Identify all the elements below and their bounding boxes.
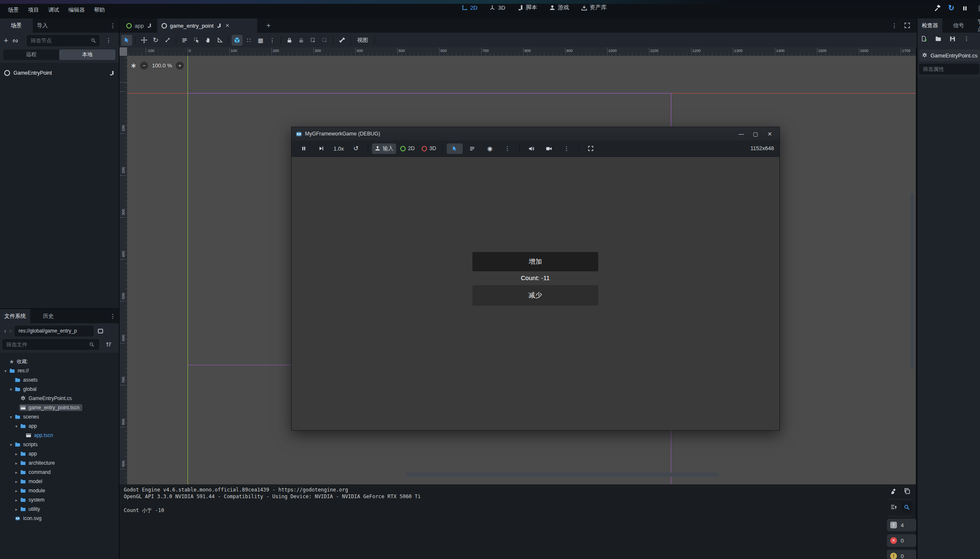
menu-editor[interactable]: 编辑器 xyxy=(64,5,89,16)
split-view-icon[interactable] xyxy=(97,328,104,334)
local-button[interactable]: 本地 xyxy=(59,49,115,60)
file-tree-item[interactable]: ▸app xyxy=(0,449,119,458)
error-count-badge[interactable]: ✕ 0 xyxy=(887,534,916,547)
menu-debug[interactable]: 调试 xyxy=(44,5,64,16)
scene-tab-app[interactable]: app xyxy=(122,18,156,33)
file-tree-item[interactable]: ▸command xyxy=(0,468,119,477)
file-tree-item[interactable]: ▸model xyxy=(0,477,119,486)
zoom-out-button[interactable]: − xyxy=(140,62,148,70)
mute-audio-button[interactable] xyxy=(524,143,540,154)
build-hammer-icon[interactable] xyxy=(934,5,941,12)
script-icon[interactable] xyxy=(147,23,152,28)
expand-arrow-icon[interactable]: ▸ xyxy=(13,461,19,465)
game-viewport[interactable]: 增加 Count: -11 减少 xyxy=(292,156,779,430)
input-mode-button[interactable]: 输入 xyxy=(372,143,396,154)
workspace-script[interactable]: 脚本 xyxy=(517,4,537,11)
save-icon[interactable] xyxy=(949,36,956,42)
reload-project-icon[interactable]: ↻ xyxy=(948,5,954,12)
expand-arrow-icon[interactable]: ▾ xyxy=(8,415,14,419)
file-tree-item[interactable]: ▾res:// xyxy=(0,366,119,375)
stop-button-clipped[interactable] xyxy=(978,5,980,11)
scene-tree-root-node[interactable]: GameEntryPoint xyxy=(4,68,115,78)
scene-tab-game-entry-point[interactable]: game_entry_point ✕ xyxy=(157,18,257,33)
workspace-assetlib[interactable]: 资产库 xyxy=(581,4,607,11)
game-window-titlebar[interactable]: MyGFrameworkGame (DEBUG) — ▢ ✕ xyxy=(292,127,779,140)
vertical-scrollbar[interactable] xyxy=(910,194,914,369)
camera-override-button[interactable]: ◉ xyxy=(482,143,498,154)
clear-output-broom-icon[interactable] xyxy=(890,488,897,495)
debug-options-menu[interactable]: ⋮ xyxy=(559,143,575,154)
search-output-icon[interactable] xyxy=(904,504,910,510)
add-node-button[interactable]: + xyxy=(0,36,12,45)
file-tree-item[interactable]: ▾scripts xyxy=(0,440,119,449)
tab-filesystem[interactable]: 文件系统 xyxy=(0,309,30,323)
file-tree-item[interactable]: ▸module xyxy=(0,486,119,495)
filter-files-input[interactable] xyxy=(3,339,99,350)
game-debug-window[interactable]: MyGFrameworkGame (DEBUG) — ▢ ✕ 1.0x ↺ 输入… xyxy=(291,127,780,431)
nav-forward-icon[interactable]: › xyxy=(8,328,15,334)
grid-snap-button[interactable]: ∷ xyxy=(243,35,254,46)
smart-snap-button[interactable] xyxy=(232,35,242,46)
zoom-in-button[interactable]: + xyxy=(176,62,184,70)
camera-2d-button[interactable]: 2D xyxy=(398,143,417,154)
tab-list-menu-icon[interactable]: ⋮ xyxy=(891,22,897,29)
menu-help[interactable]: 帮助 xyxy=(89,5,109,16)
next-frame-button[interactable] xyxy=(313,143,329,154)
increase-button[interactable]: 增加 xyxy=(472,252,598,271)
copy-output-icon[interactable] xyxy=(904,488,910,494)
dock-divider[interactable] xyxy=(119,18,120,559)
tab-scene[interactable]: 场景 xyxy=(0,18,33,33)
new-scene-tab-button[interactable]: + xyxy=(266,21,271,30)
runtime-select-button[interactable] xyxy=(447,143,463,154)
snap-options-menu[interactable]: ⋮ xyxy=(267,35,278,46)
tab-import[interactable]: 导入 xyxy=(33,18,52,33)
file-tree-item[interactable]: ★收藏: xyxy=(0,357,119,366)
file-tree-item[interactable]: ▸utility xyxy=(0,504,119,514)
expand-arrow-icon[interactable]: ▾ xyxy=(3,369,8,373)
rotate-tool-button[interactable]: ↻ xyxy=(150,35,161,46)
remote-button[interactable]: 远程 xyxy=(3,49,59,60)
lock-button[interactable] xyxy=(284,35,295,46)
reset-speed-button[interactable]: ↺ xyxy=(348,143,364,154)
tab-node-clipped[interactable]: 节点 xyxy=(977,18,980,33)
menu-scene[interactable]: 场景 xyxy=(3,5,23,16)
grid-toggle-button[interactable]: ▦ xyxy=(255,35,266,46)
tab-inspector[interactable]: 检查器 xyxy=(917,18,942,33)
close-tab-icon[interactable]: ✕ xyxy=(225,23,229,29)
file-tree-item[interactable]: app.tscn xyxy=(0,431,119,440)
group-button[interactable] xyxy=(308,35,318,46)
tab-signals[interactable]: 信号 xyxy=(949,18,968,33)
runtime-list-select-button[interactable] xyxy=(464,143,480,154)
embed-fullscreen-button[interactable] xyxy=(583,143,599,154)
file-tree-item[interactable]: GameEntryPoint.cs xyxy=(0,394,119,403)
expand-arrow-icon[interactable]: ▾ xyxy=(8,387,14,392)
file-tree-item[interactable]: ▾scenes xyxy=(0,412,119,421)
expand-arrow-icon[interactable]: ▸ xyxy=(13,498,19,502)
decrease-button[interactable]: 减少 xyxy=(472,285,598,306)
horizontal-scrollbar[interactable] xyxy=(406,473,719,476)
file-tree-item[interactable]: ▾app xyxy=(0,421,119,431)
view-menu[interactable]: 视图 xyxy=(354,36,371,44)
nav-back-icon[interactable]: ‹ xyxy=(0,328,8,334)
expand-arrow-icon[interactable]: ▾ xyxy=(8,442,14,447)
pan-tool-button[interactable] xyxy=(203,35,214,46)
file-tree-item[interactable]: ▸architecture xyxy=(0,458,119,468)
collapse-tree-icon[interactable] xyxy=(890,504,897,510)
distraction-free-icon[interactable] xyxy=(904,22,910,29)
maximize-button[interactable]: ▢ xyxy=(748,127,763,140)
selection-options-menu[interactable]: ⋮ xyxy=(500,143,516,154)
instance-link-icon[interactable] xyxy=(12,38,18,44)
scale-tool-button[interactable] xyxy=(162,35,173,46)
dock-menu-icon[interactable]: ⋮ xyxy=(110,22,116,29)
view-menu-asterisk-icon[interactable]: ∗ xyxy=(130,61,136,70)
new-resource-icon[interactable] xyxy=(921,36,927,42)
workspace-game[interactable]: 游戏 xyxy=(549,4,569,11)
message-count-badge[interactable]: ! 4 xyxy=(887,519,916,531)
menu-project[interactable]: 项目 xyxy=(23,5,44,16)
file-tree-item[interactable]: ▸system xyxy=(0,495,119,504)
attached-script-icon[interactable] xyxy=(109,70,115,76)
pivot-tool-button[interactable] xyxy=(191,35,202,46)
expand-arrow-icon[interactable]: ▸ xyxy=(13,452,19,456)
tab-history[interactable]: 历史 xyxy=(39,309,58,323)
filter-nodes-input[interactable] xyxy=(27,35,99,46)
